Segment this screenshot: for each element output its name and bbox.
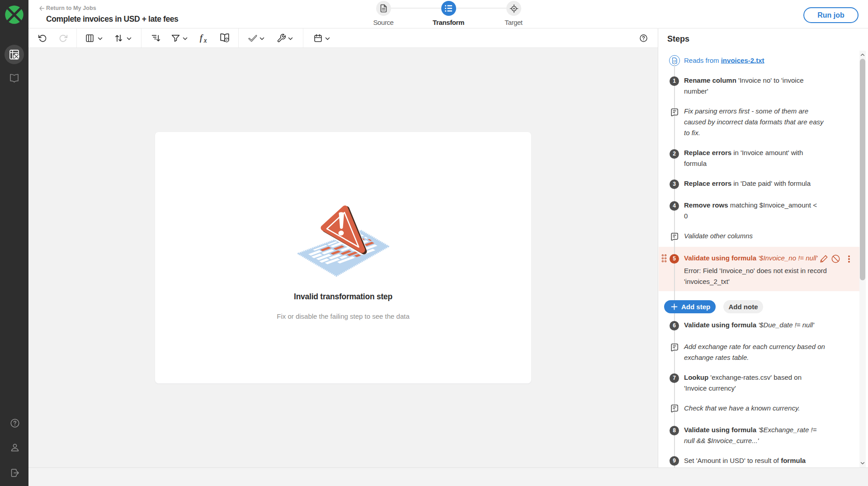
svg-text:x: x	[203, 37, 207, 44]
svg-text:f: f	[200, 33, 203, 42]
